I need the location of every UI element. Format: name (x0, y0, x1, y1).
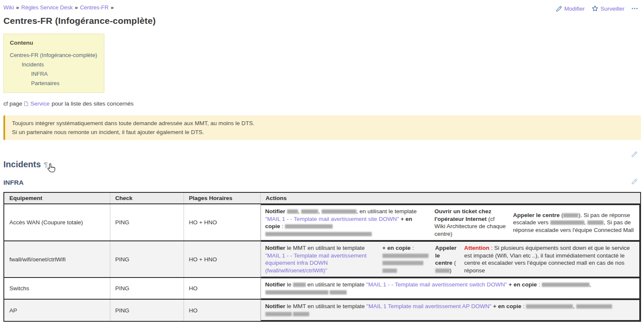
service-page-link[interactable]: Service (30, 100, 49, 107)
cell-plages-horaires: HO + HNO (184, 241, 260, 278)
action-line: Ouvrir un ticket chez l'opérateur Intern… (434, 208, 506, 237)
section-edit-pencil-icon[interactable] (631, 178, 638, 186)
action-line: Appeler le centre () (435, 244, 457, 274)
cell-equipement: Switchs (4, 278, 110, 299)
cell-plages-horaires: HO (184, 299, 260, 321)
breadcrumb-link[interactable]: Wiki (3, 4, 14, 11)
template-mail-link[interactable]: "MAIL 1 - - Template mail avertissement … (265, 252, 367, 274)
infra-table: EquipementCheckPlages HorairesActions Ac… (3, 192, 641, 322)
notice-panel: Toujours intégrer systématiquement dans … (3, 115, 641, 140)
breadcrumb-separator: » (16, 4, 19, 11)
table-row: APPINGHONotifier le MMT en utilisant le … (4, 299, 641, 321)
edit-page-label: Modifier (564, 6, 585, 12)
table-header-row: EquipementCheckPlages HorairesActions (4, 192, 641, 204)
redacted-text (550, 220, 584, 225)
edit-page-button[interactable]: Modifier (556, 6, 585, 12)
redacted-text (330, 290, 347, 295)
cell-check: PING (110, 204, 184, 241)
page-icon (24, 101, 28, 106)
more-actions-button[interactable]: ⋯ (631, 6, 638, 11)
redacted-text (382, 254, 428, 258)
action-line: Notifier , , , en utilisant le template … (265, 208, 428, 237)
action-bold-text: Appeler le centre (435, 245, 457, 266)
toc-item[interactable]: Incidents (10, 60, 98, 69)
action-line: Notifier le MMT en utilisant le template… (265, 244, 376, 274)
cell-check: PING (110, 241, 184, 278)
page-title: Centres-FR (Infogérance-complète) (3, 16, 641, 26)
redacted-text (285, 224, 333, 229)
table-row: fwall/wifi/oenet/ctrlWifiPINGHO + HNONot… (4, 241, 641, 278)
top-bar: Wiki»Règles Service Desk»Centres-FR» Mod… (3, 3, 641, 12)
cell-plages-horaires: HO + HNO (184, 204, 260, 241)
notice-line: Toujours intégrer systématiquement dans … (12, 119, 634, 128)
toc-item[interactable]: INFRA (10, 69, 98, 79)
action-bold-text: + en copie (493, 303, 521, 309)
redacted-text (587, 220, 604, 225)
redacted-text (322, 209, 356, 214)
breadcrumb-separator: » (75, 4, 78, 11)
redacted-text (435, 269, 450, 273)
toc-items: Centres-FR (Infogérance-complète)Inciden… (10, 51, 98, 88)
table-row: Accès WAN (Coupure totale)PINGHO + HNONo… (4, 204, 641, 241)
action-bold-text: Notifier (265, 208, 285, 215)
action-bold-text: Notifier (265, 281, 285, 288)
redacted-text (526, 304, 573, 309)
action-bold-text: Appeler le centre (513, 212, 560, 218)
action-line: Attention : Si plusieurs équipements son… (464, 244, 635, 274)
incidents-heading-row: Incidents¶ (3, 160, 641, 172)
redacted-text (382, 261, 423, 265)
toc-title: Contenu (10, 40, 98, 46)
cell-actions: Notifier le en utilisant le template "MA… (261, 278, 641, 299)
action-line: Notifier le MMT en utilisant le template… (265, 303, 635, 318)
action-bold-text: Notifier (265, 303, 285, 309)
cell-actions: Notifier , , , en utilisant le template … (261, 204, 641, 241)
action-line: + en copie : (382, 244, 428, 274)
attention-text: Attention (464, 245, 489, 251)
redacted-text (293, 312, 309, 316)
action-line: Notifier le en utilisant le template "MA… (265, 281, 635, 296)
breadcrumb-link[interactable]: Centres-FR (80, 4, 109, 11)
cell-plages-horaires: HO (184, 278, 260, 299)
breadcrumb-separator: » (111, 4, 114, 11)
column-header: Check (110, 192, 184, 204)
breadcrumb-link[interactable]: Règles Service Desk (21, 4, 73, 11)
template-mail-link[interactable]: "MAIL 1 Template mail avertissement AP D… (366, 303, 492, 309)
section-edit-pencil-icon[interactable] (631, 151, 638, 158)
column-header: Equipement (4, 192, 110, 204)
intro-line: cf page Service pour la liste des sites … (3, 100, 641, 107)
action-bold-text: + en copie (382, 245, 411, 251)
watch-page-button[interactable]: Surveiller (592, 5, 624, 12)
redacted-text (287, 209, 298, 214)
redacted-text (293, 283, 306, 287)
redacted-text (542, 283, 589, 287)
intro-text-before: cf page (3, 100, 22, 107)
incidents-heading: Incidents (3, 160, 41, 169)
toc-item[interactable]: Partenaires (10, 79, 98, 88)
star-icon (592, 5, 598, 12)
redacted-text (301, 209, 318, 214)
cell-actions: Notifier le MMT en utilisant le template… (261, 241, 641, 278)
infra-heading: INFRA (3, 179, 23, 186)
cell-equipement: AP (4, 299, 110, 321)
infra-heading-row: INFRA (3, 178, 641, 186)
toc-item[interactable]: Centres-FR (Infogérance-complète) (10, 51, 98, 60)
template-mail-link[interactable]: "MAIL 1 - - Template mail avertissement … (366, 281, 507, 288)
template-mail-link[interactable]: "MAIL 1 - - Template mail avertissement … (265, 216, 399, 222)
redacted-text (265, 312, 292, 316)
action-line: Appeler le centre (). Si pas de réponse … (513, 212, 635, 234)
redacted-text (382, 269, 397, 273)
breadcrumb: Wiki»Règles Service Desk»Centres-FR» (3, 3, 116, 11)
intro-text-after: pour la liste des sites concernés (52, 100, 133, 107)
incidents-section-edit-row (3, 151, 641, 158)
watch-page-label: Surveiller (601, 6, 624, 12)
redacted-text (576, 304, 612, 309)
cell-check: PING (110, 299, 184, 321)
column-header: Plages Horaires (184, 192, 260, 204)
redacted-text (265, 232, 372, 236)
cell-check: PING (110, 278, 184, 299)
action-bold-text: Notifier (265, 245, 285, 251)
action-bold-text: Ouvrir un ticket chez l'opérateur Intern… (434, 208, 492, 222)
table-of-contents: Contenu Centres-FR (Infogérance-complète… (3, 34, 104, 93)
redacted-text (265, 290, 328, 295)
redacted-text (563, 213, 578, 217)
